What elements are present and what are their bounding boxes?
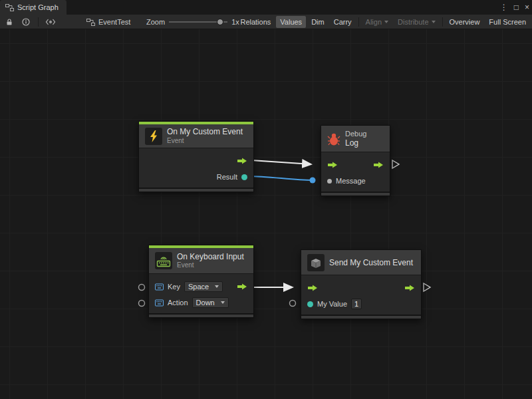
port-label: Key	[168, 283, 180, 291]
carry-button[interactable]: Carry	[330, 16, 356, 28]
close-icon[interactable]: ×	[525, 0, 529, 15]
node-body: My Value 1	[301, 275, 421, 315]
full-screen-button[interactable]: Full Screen	[485, 16, 530, 28]
tab-script-graph[interactable]: Script Graph	[0, 0, 66, 15]
value-output-result-row[interactable]: Result	[139, 169, 253, 185]
node-footer	[301, 315, 421, 319]
distribute-label: Distribute	[398, 18, 428, 26]
chevron-down-icon	[384, 21, 388, 23]
node-title: Send My Custom Event	[329, 258, 413, 267]
unconnected-flow-port[interactable]	[424, 283, 430, 291]
toolbar-left-group	[3, 15, 57, 29]
node-footer	[139, 188, 253, 192]
graph-canvas[interactable]: On My Custom Event Event Result	[0, 29, 532, 399]
value-port-icon[interactable]	[307, 301, 313, 307]
unconnected-port[interactable]	[290, 301, 296, 307]
tab-title: Script Graph	[17, 3, 59, 11]
connection-wires	[0, 29, 532, 399]
node-header[interactable]: Send My Custom Event	[301, 250, 421, 275]
flow-arrow-icon[interactable]	[307, 285, 318, 291]
overview-button[interactable]: Overview	[446, 16, 484, 28]
maximize-icon[interactable]: □	[514, 0, 519, 15]
relations-button[interactable]: Relations	[236, 16, 275, 28]
graph-name: EventTest	[98, 18, 130, 26]
wire-endpoint[interactable]	[310, 178, 316, 184]
port-label: Message	[336, 177, 366, 185]
unconnected-port[interactable]	[139, 285, 145, 291]
action-dropdown-value: Down	[196, 299, 215, 307]
graph-toolbar: EventTest Zoom 1x Relations Values Dim C…	[0, 15, 532, 29]
node-body: Result	[139, 148, 253, 188]
key-row: Key Space	[149, 279, 253, 295]
graph-name-group[interactable]: EventTest	[86, 15, 130, 29]
node-header[interactable]: On My Custom Event Event	[139, 124, 253, 148]
flow-arrow-icon[interactable]	[404, 285, 415, 291]
key-dropdown-value: Space	[188, 283, 209, 291]
window-controls: ⋮ □ ×	[500, 0, 529, 15]
graph-icon	[86, 19, 95, 26]
unconnected-flow-port[interactable]	[392, 160, 399, 168]
node-subtitle: Event	[177, 261, 244, 269]
value-input-message-row[interactable]: Message	[321, 173, 390, 189]
flow-ports-row[interactable]	[301, 280, 421, 296]
menu-icon[interactable]: ⋮	[500, 0, 508, 15]
values-button[interactable]: Values	[276, 16, 306, 28]
toolbar-divider	[358, 17, 359, 27]
unconnected-port[interactable]	[139, 301, 145, 307]
flow-wire-custom-event-to-log[interactable]	[251, 160, 311, 164]
graph-icon	[5, 4, 14, 11]
key-input-icon[interactable]	[155, 283, 164, 291]
code-view-icon[interactable]	[45, 16, 57, 28]
lock-icon[interactable]	[3, 16, 15, 28]
node-on-my-custom-event[interactable]: On My Custom Event Event Result	[138, 121, 254, 192]
flow-arrow-icon[interactable]	[237, 158, 247, 164]
node-debug-log[interactable]: Debug Log Message	[321, 125, 390, 196]
chevron-down-icon	[221, 301, 225, 304]
my-value-input[interactable]: 1	[351, 299, 362, 309]
bug-icon	[327, 132, 340, 146]
toolbar-divider	[38, 17, 39, 27]
node-title: Log	[345, 138, 366, 148]
zoom-label: Zoom	[146, 18, 165, 26]
value-port-icon[interactable]	[241, 174, 247, 180]
port-label: Result	[217, 173, 237, 181]
zoom-slider-handle[interactable]	[217, 19, 223, 25]
unity-graph-window: Script Graph ⋮ □ ×	[0, 0, 532, 399]
flow-arrow-icon[interactable]	[237, 283, 247, 290]
node-title: On Keyboard Input	[177, 252, 244, 261]
flow-arrow-icon[interactable]	[327, 162, 338, 168]
distribute-button[interactable]: Distribute	[394, 16, 439, 28]
value-wire-result-to-message[interactable]	[247, 176, 313, 180]
port-label: My Value	[317, 300, 347, 308]
node-title: On My Custom Event	[167, 127, 243, 136]
action-dropdown[interactable]: Down	[192, 297, 229, 308]
key-dropdown[interactable]: Space	[184, 281, 223, 292]
event-box-icon	[307, 254, 325, 271]
info-icon[interactable]	[20, 16, 32, 28]
key-input-icon[interactable]	[155, 299, 164, 307]
chevron-down-icon	[215, 285, 219, 288]
node-body: Message	[321, 152, 390, 192]
align-button[interactable]: Align	[362, 16, 392, 28]
flow-ports-row[interactable]	[321, 157, 390, 173]
node-send-my-custom-event[interactable]: Send My Custom Event My Value 1	[301, 249, 422, 319]
tab-bar: Script Graph ⋮ □ ×	[0, 0, 532, 15]
node-subtitle: Event	[167, 137, 243, 145]
align-label: Align	[366, 18, 382, 26]
value-port-icon[interactable]	[327, 179, 332, 184]
zoom-group: Zoom 1x	[146, 15, 239, 29]
value-input-my-value-row[interactable]: My Value 1	[301, 296, 421, 312]
flow-output-port-row[interactable]	[139, 153, 253, 169]
zoom-slider[interactable]	[169, 17, 227, 27]
port-label: Action	[168, 299, 188, 307]
chevron-down-icon	[432, 21, 436, 23]
node-header[interactable]: Debug Log	[321, 126, 390, 152]
toolbar-buttons: Relations Values Dim Carry Align Distrib…	[236, 15, 530, 29]
flow-arrow-icon[interactable]	[373, 162, 384, 168]
node-on-keyboard-input[interactable]: On Keyboard Input Event	[148, 245, 254, 318]
dim-button[interactable]: Dim	[307, 16, 329, 28]
node-footer	[321, 192, 390, 196]
node-footer	[149, 313, 253, 317]
node-header[interactable]: On Keyboard Input Event	[149, 248, 253, 274]
toolbar-divider	[442, 17, 443, 27]
